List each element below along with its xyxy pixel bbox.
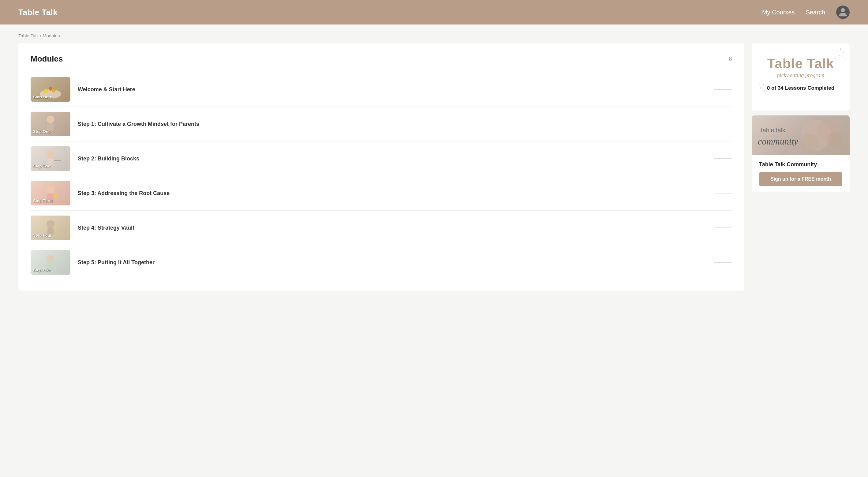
svg-text:community: community (758, 136, 798, 146)
module-thumbnail-welcome: Start Here (31, 77, 70, 102)
svg-point-10 (46, 185, 55, 193)
header-nav: My Courses Search (762, 5, 850, 19)
svg-point-22 (834, 54, 835, 55)
module-thumbnail-step4: Step Four (31, 215, 70, 240)
svg-rect-9 (54, 160, 61, 161)
svg-point-20 (841, 55, 843, 57)
svg-text:table talk: table talk (761, 127, 786, 133)
module-name-step2: Step 2: Building Blocks (78, 155, 706, 162)
module-divider-step1 (714, 124, 732, 124)
svg-point-19 (837, 51, 838, 52)
module-thumbnail-label-welcome: Start Here (33, 95, 52, 99)
site-logo[interactable]: Table Talk (18, 8, 58, 17)
svg-point-4 (49, 87, 52, 91)
svg-point-35 (760, 79, 761, 79)
breadcrumb: Table Talk / Modules (0, 25, 868, 43)
module-thumbnail-label-step3: Step Three (33, 199, 54, 203)
modules-title: Modules (31, 54, 63, 64)
module-name-step3: Step 3: Addressing the Root Cause (78, 190, 706, 197)
module-thumbnail-label-step2: Step Two (33, 164, 51, 169)
module-name-step1: Step 1: Cultivate a Growth Mindset for P… (78, 121, 706, 127)
svg-point-31 (766, 89, 768, 90)
module-item-step4[interactable]: Step Four Step 4: Strategy Vault (31, 211, 732, 245)
svg-point-23 (844, 58, 846, 60)
svg-point-13 (46, 220, 55, 228)
svg-point-28 (764, 90, 766, 92)
svg-point-2 (43, 88, 49, 93)
community-card: table talk community Table Talk Communit… (752, 115, 850, 192)
svg-point-17 (840, 48, 841, 50)
module-divider-welcome (714, 89, 732, 90)
main-content: Modules 6 Start Here Welcome & Start Her… (0, 43, 868, 309)
svg-point-18 (843, 52, 844, 53)
breadcrumb-current: Modules (42, 33, 60, 38)
header: Table Talk My Courses Search (0, 0, 868, 25)
module-name-welcome: Welcome & Start Here (78, 86, 706, 93)
module-thumbnail-step1: Step One (31, 112, 70, 136)
module-thumbnail-label-step5: Step Five (33, 268, 51, 272)
module-thumbnail-step2: Step Two (31, 146, 70, 171)
svg-point-39 (827, 132, 842, 148)
module-item-step1[interactable]: Step One Step 1: Cultivate a Growth Mind… (31, 107, 732, 142)
svg-point-12 (53, 194, 58, 199)
svg-point-33 (762, 80, 763, 81)
decoration-dots-bottom (758, 72, 788, 95)
community-title: Table Talk Community (759, 161, 842, 168)
module-item-step2[interactable]: Step Two Step 2: Building Blocks (31, 142, 732, 176)
svg-point-32 (768, 85, 769, 86)
svg-point-38 (801, 134, 819, 152)
module-thumbnail-step3: Step Three (31, 181, 70, 205)
modules-panel: Modules 6 Start Here Welcome & Start Her… (18, 43, 744, 291)
svg-point-21 (838, 55, 840, 56)
svg-point-15 (47, 255, 54, 262)
module-name-step4: Step 4: Strategy Vault (78, 225, 706, 231)
my-courses-link[interactable]: My Courses (762, 9, 795, 16)
search-link[interactable]: Search (806, 9, 825, 16)
modules-header: Modules 6 (31, 54, 732, 64)
module-list: Start Here Welcome & Start Here Step One… (31, 72, 732, 279)
module-item-welcome[interactable]: Start Here Welcome & Start Here (31, 72, 732, 107)
decoration-dots-top (816, 46, 846, 69)
breadcrumb-separator: / (38, 33, 42, 38)
module-thumbnail-label-step1: Step One (33, 129, 51, 134)
modules-count: 6 (729, 55, 732, 62)
module-divider-step5 (714, 262, 732, 263)
svg-point-27 (760, 87, 762, 89)
svg-point-29 (759, 83, 760, 84)
svg-point-5 (47, 116, 54, 123)
svg-point-24 (835, 58, 837, 59)
breadcrumb-root[interactable]: Table Talk (18, 33, 38, 38)
module-item-step3[interactable]: Step Three Step 3: Addressing the Root C… (31, 176, 732, 211)
svg-point-30 (763, 84, 764, 86)
svg-point-7 (47, 151, 54, 158)
community-image-svg: table talk community (755, 115, 846, 155)
module-name-step5: Step 5: Putting It All Together (78, 259, 706, 266)
svg-point-25 (832, 50, 833, 52)
user-avatar[interactable] (836, 5, 850, 19)
logo-card: Table Talk picky eating program 0 of 34 … (752, 43, 850, 111)
sidebar: Table Talk picky eating program 0 of 34 … (752, 43, 850, 192)
svg-point-34 (766, 81, 767, 83)
module-divider-step2 (714, 158, 732, 159)
module-item-step5[interactable]: Step Five Step 5: Putting It All Togethe… (31, 245, 732, 279)
signup-button[interactable]: Sign up for a FREE month (759, 172, 842, 186)
svg-point-0 (841, 8, 845, 12)
community-body: Table Talk Community Sign up for a FREE … (752, 155, 850, 192)
module-thumbnail-step5: Step Five (31, 250, 70, 275)
module-divider-step3 (714, 193, 732, 193)
community-image: table talk community (752, 115, 850, 155)
module-thumbnail-label-step4: Step Four (33, 233, 52, 238)
svg-point-26 (841, 61, 842, 62)
module-divider-step4 (714, 228, 732, 228)
